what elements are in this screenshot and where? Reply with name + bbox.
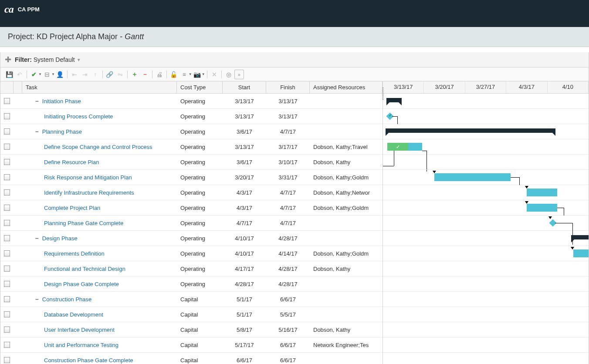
row-checkbox[interactable] <box>4 113 10 119</box>
gantt-task-bar[interactable] <box>527 189 557 196</box>
gantt-task-bar[interactable] <box>434 173 511 181</box>
camera-icon[interactable]: 📷 <box>193 70 202 79</box>
table-row[interactable]: –Initiation PhaseOperating3/13/173/13/17 <box>0 94 383 109</box>
outdent-icon[interactable]: ⇤ <box>70 70 79 79</box>
print-icon[interactable]: 🖨 <box>155 70 164 79</box>
gantt-task-bar[interactable] <box>573 249 589 257</box>
table-row[interactable]: Define Scope Change and Control ProcessO… <box>0 139 383 155</box>
task-link[interactable]: Requirements Definition <box>44 250 105 257</box>
timeline-row <box>383 155 589 170</box>
task-link[interactable]: Define Scope Change and Control Process <box>44 144 152 150</box>
up-icon[interactable]: ↑ <box>91 70 100 79</box>
table-row[interactable]: Complete Project PlanOperating4/3/174/7/… <box>0 200 383 216</box>
col-assigned[interactable]: Assigned Resources <box>310 81 383 93</box>
task-link[interactable]: Functional and Technical Design <box>44 266 125 272</box>
delete-icon[interactable]: ✕ <box>210 70 219 79</box>
row-checkbox[interactable] <box>4 357 10 363</box>
task-link[interactable]: Complete Project Plan <box>44 205 100 211</box>
row-checkbox[interactable] <box>4 281 10 287</box>
row-checkbox[interactable] <box>4 128 10 135</box>
settings-caret-icon[interactable]: ▼ <box>189 72 192 76</box>
wbs-icon[interactable]: ⊟ <box>42 70 52 79</box>
save-icon[interactable]: 💾 <box>4 70 14 79</box>
task-link[interactable]: Construction Phase Gate Complete <box>44 357 133 364</box>
task-link[interactable]: Design Phase <box>42 235 78 242</box>
add-task-icon[interactable]: ＋ <box>130 70 139 79</box>
table-row[interactable]: Initiating Process CompleteOperating3/13… <box>0 109 383 124</box>
row-checkbox[interactable] <box>4 189 10 195</box>
undo-icon[interactable]: ↶ <box>15 70 24 79</box>
gantt-summary-bar[interactable] <box>386 98 402 102</box>
row-checkbox[interactable] <box>4 144 10 150</box>
add-filter-icon[interactable]: ✚ <box>5 55 11 64</box>
indent-icon[interactable]: ⇥ <box>80 70 90 79</box>
check-caret-icon[interactable]: ▼ <box>38 72 42 76</box>
task-link[interactable]: Construction Phase <box>42 296 91 303</box>
collapse-icon[interactable]: – <box>35 98 39 104</box>
task-link[interactable]: Planning Phase <box>42 128 82 135</box>
row-checkbox[interactable] <box>4 327 10 333</box>
table-row[interactable]: Define Resource PlanOperating3/6/173/10/… <box>0 155 383 170</box>
gantt-summary-bar[interactable] <box>571 235 589 239</box>
table-row[interactable]: Requirements DefinitionOperating4/10/174… <box>0 246 383 261</box>
row-checkbox[interactable] <box>4 205 10 211</box>
target-icon[interactable]: ◎ <box>224 70 234 79</box>
col-task[interactable]: Task <box>22 81 177 93</box>
col-cost[interactable]: Cost Type <box>177 81 223 93</box>
row-checkbox[interactable] <box>4 174 10 180</box>
collapse-icon[interactable]: – <box>35 235 39 242</box>
row-checkbox[interactable] <box>4 220 10 226</box>
resource-icon[interactable]: 👤 <box>55 70 65 79</box>
task-link[interactable]: Planning Phase Gate Complete <box>44 220 123 226</box>
row-checkbox[interactable] <box>4 266 10 272</box>
remove-task-icon[interactable]: － <box>140 70 150 79</box>
filter-caret-icon[interactable]: ▼ <box>77 57 81 62</box>
task-link[interactable]: Unit and Performance Testing <box>44 342 118 348</box>
table-row[interactable]: –Design PhaseOperating4/10/174/28/17 <box>0 231 383 246</box>
table-row[interactable]: Construction Phase Gate CompleteCapital6… <box>0 353 383 364</box>
gantt-task-bar[interactable] <box>527 204 557 212</box>
col-start[interactable]: Start <box>223 81 266 93</box>
table-row[interactable]: Planning Phase Gate CompleteOperating4/7… <box>0 216 383 231</box>
gantt-summary-bar[interactable] <box>386 128 555 133</box>
settings-icon[interactable]: ≡ <box>179 70 189 79</box>
check-icon[interactable]: ✔ <box>29 70 39 79</box>
collapse-icon[interactable]: – <box>35 296 39 303</box>
table-row[interactable]: Unit and Performance TestingCapital5/17/… <box>0 337 383 353</box>
unlink-icon[interactable]: ⇋ <box>115 70 125 79</box>
row-checkbox[interactable] <box>4 159 10 165</box>
table-row[interactable]: User Interface DevelopmentCapital5/8/175… <box>0 322 383 337</box>
row-checkbox[interactable] <box>4 98 10 104</box>
task-link[interactable]: Define Resource Plan <box>44 159 99 165</box>
splitter-handle-icon[interactable] <box>382 88 384 101</box>
table-row[interactable]: –Construction PhaseCapital5/1/176/6/17 <box>0 292 383 307</box>
collapse-icon[interactable]: – <box>35 128 39 135</box>
camera-caret-icon[interactable]: ▼ <box>202 72 205 76</box>
task-link[interactable]: Risk Response and Mitigation Plan <box>44 174 132 181</box>
table-row[interactable]: –Planning PhaseOperating3/6/174/7/17 <box>0 124 383 139</box>
wbs-caret-icon[interactable]: ▼ <box>51 72 55 76</box>
row-checkbox[interactable] <box>4 342 10 348</box>
col-finish[interactable]: Finish <box>266 81 310 93</box>
task-link[interactable]: Design Phase Gate Complete <box>44 281 119 287</box>
splitter[interactable] <box>382 81 384 364</box>
gantt-task-bar[interactable] <box>387 143 422 151</box>
task-link[interactable]: User Interface Development <box>44 327 115 333</box>
row-checkbox[interactable] <box>4 250 10 256</box>
table-row[interactable]: Design Phase Gate CompleteOperating4/28/… <box>0 276 383 292</box>
task-link[interactable]: Database Development <box>44 311 103 318</box>
table-row[interactable]: Identify Infrastructure RequirementsOper… <box>0 185 383 200</box>
row-checkbox[interactable] <box>4 235 10 241</box>
table-row[interactable]: Functional and Technical DesignOperating… <box>0 261 383 276</box>
lock-icon[interactable]: 🔓 <box>169 70 179 79</box>
table-row[interactable]: Risk Response and Mitigation PlanOperati… <box>0 170 383 185</box>
table-row[interactable]: Database DevelopmentCapital5/1/175/5/17 <box>0 307 383 322</box>
task-link[interactable]: Initiating Process Complete <box>44 113 113 120</box>
row-checkbox[interactable] <box>4 311 10 317</box>
filter-value[interactable]: System Default <box>34 56 75 63</box>
row-checkbox[interactable] <box>4 296 10 302</box>
link-icon[interactable]: 🔗 <box>105 70 115 79</box>
task-link[interactable]: Identify Infrastructure Requirements <box>44 189 134 196</box>
more-icon[interactable]: » <box>234 70 244 79</box>
task-link[interactable]: Initiation Phase <box>42 98 81 104</box>
